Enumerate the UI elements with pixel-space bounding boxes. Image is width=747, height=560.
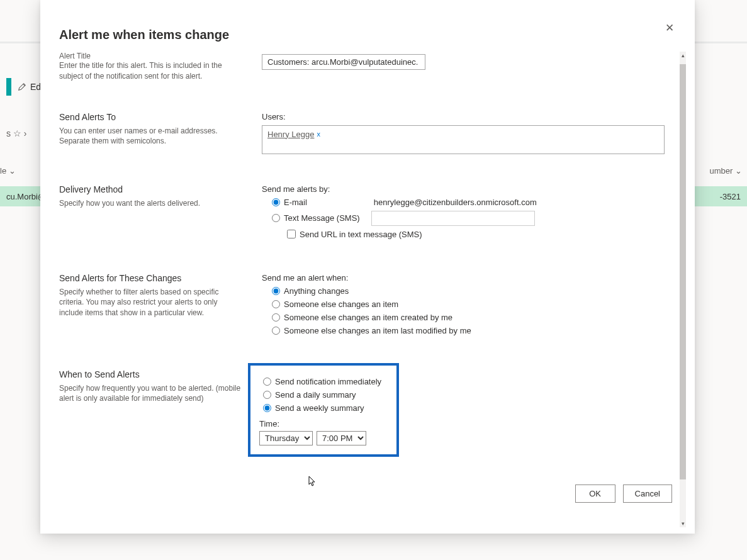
changes-created-label: Someone else changes an item created by … [284,313,452,322]
ok-button[interactable]: OK [575,484,615,503]
when-immediate-row: Send notification immediately [263,377,388,386]
when-daily-label: Send a daily summary [275,390,356,400]
changes-anything-label: Anything changes [284,286,349,296]
time-label: Time: [259,419,388,428]
users-people-picker[interactable]: Henry Legge x [262,125,665,154]
scroll-up-icon[interactable]: ▴ [680,52,686,59]
section-changes: Send Alerts for These Changes Specify wh… [59,273,676,339]
changes-modified-radio[interactable] [272,327,280,335]
section-alert-title-label: Alert Title [59,52,242,60]
changes-created-row: Someone else changes an item created by … [272,313,676,322]
delivery-sms-radio[interactable] [272,214,280,222]
changes-created-radio[interactable] [272,313,280,322]
bg-column-fragment-left: le ⌄ [0,166,16,176]
send-to-title: Send Alerts To [59,112,242,122]
scrollbar-track[interactable] [680,52,686,527]
when-weekly-radio[interactable] [263,404,271,412]
changes-title: Send Alerts for These Changes [59,273,242,283]
section-alert-title-desc: Enter the title for this alert. This is … [59,60,242,82]
user-chip: Henry Legge x [267,130,320,139]
delivery-email-value: henrylegge@citizenbuilders.onmicrosoft.c… [374,198,537,207]
when-desc: Specify how frequently you want to be al… [59,383,242,405]
delivery-title: Delivery Method [59,184,242,194]
changes-anything-row: Anything changes [272,286,676,296]
time-select[interactable]: 7:00 PM [317,431,366,445]
bg-breadcrumb-fragment: s ☆ › [6,128,26,138]
dialog-title: Alert me when items change [59,28,229,42]
when-daily-radio[interactable] [263,391,271,399]
send-url-row: Send URL in text message (SMS) [287,230,676,239]
delivery-email-label: E-mail [284,198,307,207]
pencil-icon [18,82,26,91]
send-url-label: Send URL in text message (SMS) [300,230,422,239]
send-to-desc: You can enter user names or e-mail addre… [59,126,242,147]
when-daily-row: Send a daily summary [263,390,388,400]
send-url-checkbox[interactable] [287,230,296,238]
bg-row-number-fragment: -3521 [720,192,741,201]
delivery-email-row: E-mail henrylegge@citizenbuilders.onmicr… [272,198,676,207]
section-send-to: Send Alerts To You can enter user names … [59,112,676,154]
dialog-body: Alert Title Enter the title for this ale… [59,52,676,527]
send-when-label: Send me an alert when: [262,273,676,283]
changes-else-label: Someone else changes an item [284,300,398,309]
delivery-desc: Specify how you want the alerts delivere… [59,198,242,209]
changes-else-row: Someone else changes an item [272,300,676,309]
when-weekly-label: Send a weekly summary [275,403,364,413]
when-highlight-box: Send notification immediately Send a dai… [248,363,399,457]
delivery-sms-row: Text Message (SMS) [272,211,676,226]
delivery-email-radio[interactable] [272,198,280,206]
when-immediate-label: Send notification immediately [275,377,381,386]
when-title: When to Send Alerts [59,369,242,379]
when-weekly-row: Send a weekly summary [263,403,388,413]
delivery-sms-label: Text Message (SMS) [284,213,360,223]
changes-modified-label: Someone else changes an item last modifi… [284,326,471,335]
send-by-label: Send me alerts by: [262,184,676,194]
changes-modified-row: Someone else changes an item last modifi… [272,326,676,335]
cancel-button[interactable]: Cancel [623,484,672,503]
alert-dialog: ✕ Alert me when items change ▴ ▾ Alert T… [40,0,695,534]
changes-desc: Specify whether to filter alerts based o… [59,287,242,318]
scroll-down-icon[interactable]: ▾ [680,520,686,527]
user-chip-remove-icon[interactable]: x [317,130,320,138]
close-icon: ✕ [665,21,674,35]
section-when: When to Send Alerts Specify how frequent… [59,369,676,457]
bg-teal-bar [6,78,11,96]
dialog-footer: OK Cancel [59,469,676,508]
changes-else-radio[interactable] [272,300,280,308]
close-button[interactable]: ✕ [661,19,678,36]
bg-column-fragment-right: umber ⌄ [710,166,742,176]
day-select[interactable]: Thursday [259,431,313,445]
delivery-sms-input[interactable] [371,211,535,226]
user-chip-name: Henry Legge [267,130,314,139]
users-label: Users: [262,112,676,121]
changes-anything-radio[interactable] [272,287,280,295]
scrollbar-thumb[interactable] [680,64,686,479]
alert-title-input[interactable] [262,54,425,70]
section-delivery: Delivery Method Specify how you want the… [59,184,676,243]
when-immediate-radio[interactable] [263,378,271,386]
section-alert-title: Alert Title Enter the title for this ale… [59,54,676,82]
